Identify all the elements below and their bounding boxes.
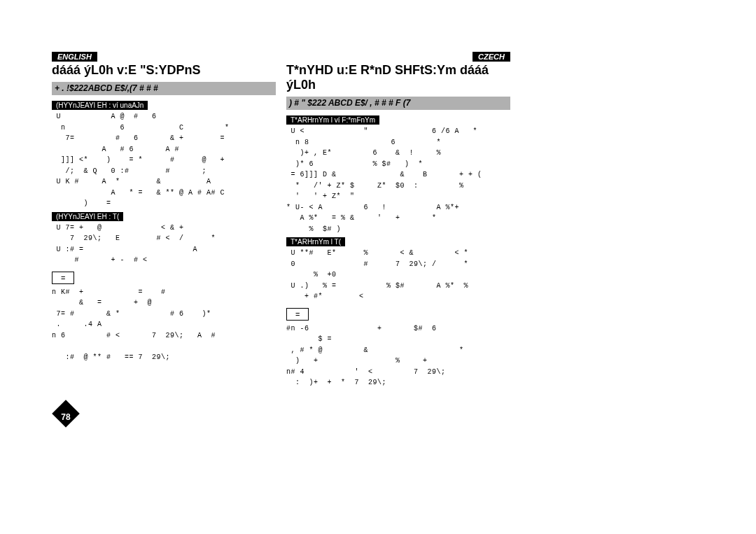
lang-badge-english: ENGLISH <box>52 52 97 62</box>
page-number: 78 <box>52 412 80 422</box>
body-left-3: n K# + = # & = + @ 7= # & * # 6 )* . .4 … <box>52 287 276 363</box>
note-box-left: = <box>52 272 74 284</box>
right-column: CZECH T*nYHD u:E R*nD SHFtS:Ym dááá ýL0h… <box>286 52 510 388</box>
body-right-1: U < " 6 /6 A * n 8 6 * )+ , E* 6 & ! % )… <box>286 126 510 234</box>
left-column: ENGLISH dááá ýL0h v:E "S:YDPnS + . !$222… <box>52 52 276 388</box>
page-number-badge: 78 <box>52 404 80 430</box>
subheading-left-2: (HYYnJEAYl EH : T( <box>52 212 123 221</box>
subheading-left-1: (HYYnJEAYl EH : ví unaAJn <box>52 101 148 110</box>
body-left-1: U A @ # 6 n 6 C * 7= # 6 & + = A # 6 A #… <box>52 111 276 209</box>
title-left: dááá ýL0h v:E "S:YDPnS <box>52 63 201 77</box>
note-box-right: = <box>286 308 309 321</box>
subheading-right-2: T*ARHrnYm l T( <box>286 237 345 246</box>
body-right-2: U **# E* % < & < * 0 # 7 29\; / * % +0 U… <box>286 248 510 302</box>
section-heading-left: + . !$222ABCD E$/,(7 # # # <box>52 82 276 95</box>
title-right: T*nYHD u:E R*nD SHFtS:Ym dááá ýL0h <box>286 63 489 92</box>
subheading-right-1: T*ARHrnYm l ví F:*mFnYm <box>286 115 379 125</box>
body-left-2: U 7= + @ < & + 7 29\; E # < / * U :# = A… <box>52 223 276 266</box>
body-right-3: #n -6 + $# 6 $ = , # * @ & * ) + % + n# … <box>286 323 510 388</box>
lang-badge-czech: CZECH <box>472 52 510 62</box>
section-heading-right: ) # " $222 ABCD E$/ , # # # F (7 <box>286 97 510 110</box>
